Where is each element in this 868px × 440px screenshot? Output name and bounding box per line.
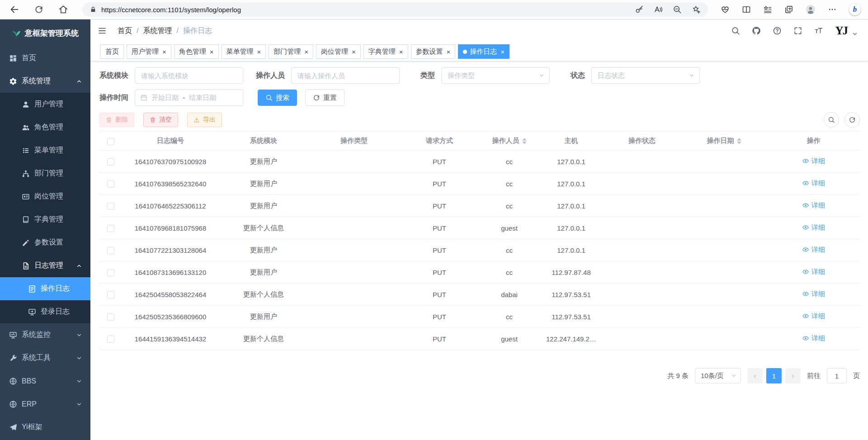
bing-copilot-icon[interactable]: b: [849, 4, 861, 15]
detail-link[interactable]: 详细: [802, 179, 825, 188]
tab-menu-management[interactable]: 菜单管理×: [222, 44, 266, 59]
split-screen-icon[interactable]: [742, 5, 751, 14]
table-refresh-button[interactable]: [844, 112, 860, 128]
detail-link[interactable]: 详细: [802, 223, 825, 232]
browser-essentials-icon[interactable]: [721, 5, 730, 14]
sidebar-item-login-log[interactable]: 登录日志: [0, 300, 90, 323]
sidebar-item-dict-management[interactable]: 字典管理: [0, 208, 90, 231]
tab-user-management[interactable]: 用户管理×: [127, 44, 171, 59]
address-bar[interactable]: https://ccnetcore.com:1101/system/log/op…: [82, 2, 708, 17]
search-button[interactable]: 搜索: [258, 90, 297, 106]
tab-role-management[interactable]: 角色管理×: [174, 44, 219, 59]
next-page-button[interactable]: ›: [785, 368, 801, 383]
select-all-checkbox[interactable]: [107, 138, 114, 145]
row-checkbox[interactable]: [107, 158, 114, 166]
detail-link[interactable]: 详细: [802, 334, 825, 343]
export-button[interactable]: 导出: [187, 113, 222, 127]
sidebar-item-menu-management[interactable]: 菜单管理: [0, 139, 90, 162]
github-icon[interactable]: [752, 26, 761, 35]
profile-avatar[interactable]: [806, 5, 816, 14]
detail-link[interactable]: 详细: [802, 312, 825, 321]
prev-page-button[interactable]: ‹: [747, 368, 763, 383]
page-1-button[interactable]: 1: [766, 368, 782, 383]
tab-post-management[interactable]: 岗位管理×: [316, 44, 361, 59]
sidebar-item-post-management[interactable]: 岗位管理: [0, 185, 90, 208]
col-operator[interactable]: 操作人员: [479, 132, 539, 151]
tab-dept-management[interactable]: 部门管理×: [269, 44, 313, 59]
collections-icon[interactable]: [784, 5, 793, 14]
favorites-icon[interactable]: [763, 5, 772, 14]
sidebar-item-log-management[interactable]: 日志管理: [0, 254, 90, 277]
search-toggle-button[interactable]: [824, 112, 839, 128]
tab-dict-management[interactable]: 字典管理×: [363, 44, 408, 59]
delete-button[interactable]: 删除: [99, 113, 134, 127]
close-icon[interactable]: ×: [304, 48, 308, 55]
col-date[interactable]: 操作日期: [681, 132, 767, 151]
tab-home[interactable]: 首页: [100, 44, 124, 59]
chevron-down-icon[interactable]: [852, 31, 858, 37]
password-key-icon[interactable]: [635, 5, 644, 14]
close-icon[interactable]: ×: [162, 48, 166, 55]
detail-link[interactable]: 详细: [802, 246, 825, 254]
tab-operation-log[interactable]: 操作日志×: [458, 44, 509, 59]
sidebar-item-system-tools[interactable]: 系统工具: [0, 346, 90, 369]
goto-page-input[interactable]: [827, 368, 847, 383]
detail-link[interactable]: 详细: [802, 268, 825, 276]
row-checkbox[interactable]: [107, 269, 114, 276]
status-select[interactable]: 日志状态: [591, 67, 700, 84]
module-input[interactable]: [135, 67, 243, 84]
search-icon[interactable]: [731, 26, 740, 35]
sidebar-item-system-monitor[interactable]: 系统监控: [0, 323, 90, 346]
sidebar-item-param-settings[interactable]: 参数设置: [0, 231, 90, 254]
sidebar-item-yi-framework[interactable]: Yi框架: [0, 416, 90, 439]
close-icon[interactable]: ×: [500, 48, 505, 55]
close-icon[interactable]: ×: [399, 48, 403, 55]
row-checkbox[interactable]: [107, 291, 114, 298]
row-checkbox[interactable]: [107, 247, 114, 254]
row-checkbox[interactable]: [107, 336, 114, 343]
close-icon[interactable]: ×: [447, 48, 451, 55]
fullscreen-icon[interactable]: [793, 26, 802, 35]
add-favorite-icon[interactable]: [692, 5, 701, 14]
sidebar-item-erp[interactable]: ERP: [0, 393, 90, 416]
clear-button[interactable]: 清空: [143, 113, 178, 127]
sidebar-item-role-management[interactable]: 角色管理: [0, 116, 90, 139]
reset-button[interactable]: 重置: [305, 90, 344, 106]
detail-link[interactable]: 详细: [802, 157, 825, 166]
close-icon[interactable]: ×: [210, 48, 214, 55]
close-icon[interactable]: ×: [352, 48, 356, 55]
close-icon[interactable]: ×: [257, 48, 261, 55]
help-icon[interactable]: [773, 26, 782, 35]
sidebar-item-dept-management[interactable]: 部门管理: [0, 162, 90, 185]
breadcrumb-home[interactable]: 首页: [118, 26, 132, 36]
zoom-out-icon[interactable]: [673, 5, 682, 14]
browser-refresh-button[interactable]: [33, 4, 44, 15]
row-checkbox[interactable]: [107, 225, 114, 232]
sidebar-item-bbs[interactable]: BBS: [0, 369, 90, 393]
sort-icons[interactable]: [522, 138, 527, 144]
row-checkbox[interactable]: [107, 180, 114, 188]
browser-home-button[interactable]: [58, 4, 69, 15]
sidebar-item-home[interactable]: 首页: [0, 47, 90, 70]
detail-link[interactable]: 详细: [802, 290, 825, 298]
operator-input[interactable]: [291, 67, 400, 84]
row-checkbox[interactable]: [107, 313, 114, 321]
page-size-select[interactable]: 10条/页: [695, 368, 741, 383]
sidebar-item-operation-log[interactable]: 操作日志: [0, 277, 90, 300]
breadcrumb-system[interactable]: 系统管理: [143, 26, 172, 36]
date-range-picker[interactable]: 开始日期 - 结束日期: [135, 90, 243, 106]
sidebar-item-user-management[interactable]: 用户管理: [0, 93, 90, 116]
font-size-icon[interactable]: [814, 26, 823, 35]
read-aloud-icon[interactable]: [654, 5, 663, 14]
sort-icons[interactable]: [737, 138, 741, 144]
row-checkbox[interactable]: [107, 203, 114, 210]
user-avatar-logo[interactable]: YJ: [835, 24, 847, 37]
sidebar-item-system-management[interactable]: 系统管理: [0, 70, 90, 93]
settings-more-icon[interactable]: [828, 5, 837, 14]
sidebar-toggle-icon[interactable]: [98, 26, 107, 35]
tab-param-settings[interactable]: 参数设置×: [411, 44, 456, 59]
browser-back-button[interactable]: [9, 4, 20, 15]
type-select[interactable]: 操作类型: [441, 67, 550, 84]
detail-label: 详细: [811, 312, 825, 321]
detail-link[interactable]: 详细: [802, 201, 825, 210]
